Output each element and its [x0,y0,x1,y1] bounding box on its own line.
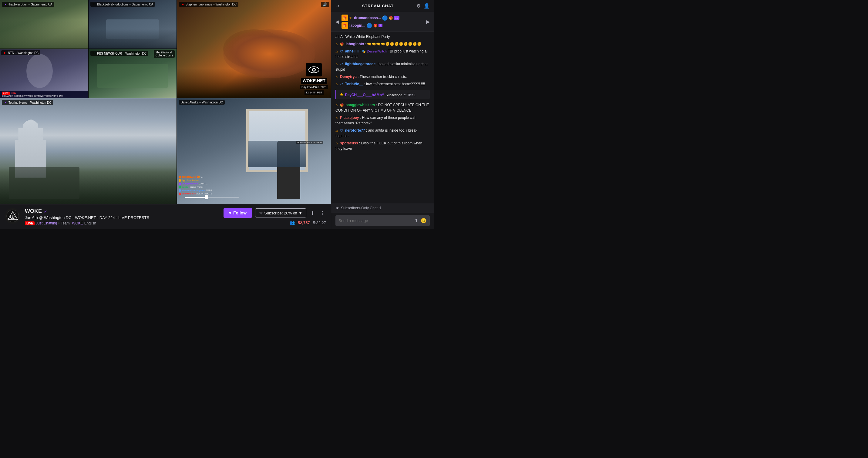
facebook-icon-5: f [92,52,96,55]
stream-title: Jan 6th @ Washington DC - WOKE.NET - DAY… [25,215,219,220]
video-bg-7: JOK3RJAKE 🎁 f... Sgt_Shmkelhal chadpaleo… [177,98,331,204]
chat-input[interactable] [338,218,412,223]
gift-count-2: 6 [378,24,382,27]
chat-message-4: ⚠ Demytrya : These muther truckin cultis… [335,74,430,80]
chat-username-2[interactable]: anhelllll [345,49,359,53]
chat-message-2: ⚠ 🛡 anhelllll : 🎭 DessertWitch FBI prob … [335,49,430,59]
emoji-button[interactable]: 🙂 [421,218,427,223]
chat-username-5[interactable]: ToriaVic__ [345,82,363,86]
gift-row-2: 🎁 labogin... 🔵 🎁 6 [341,22,399,29]
badge-alert-4: ⚠ [335,74,338,79]
stream-cell-1[interactable]: ● that1weirdgurl – Sacramento CA [0,0,88,49]
stream-label-text-7: BakedAlaska – Washington DC [181,101,223,104]
verified-icon: ✓ [44,209,47,214]
team-link[interactable]: WOKE [72,221,83,225]
stream-cell-2[interactable]: f BlackZebraProductions – Sacramento CA [89,0,177,49]
chat-username-7[interactable]: snagglewhiskers [346,103,375,107]
share-button[interactable]: ⬆ [309,209,316,217]
youtube-icon-4: ▶ [3,51,7,55]
autonomous-zone-text: AUTONOMOUS ZONE [296,141,323,144]
chat-text-5: : law enforcement sent home????! !!!! [364,82,425,86]
badge-gift-7: 🎁 [340,103,344,108]
live-dot-ntd: LIVE [2,92,10,95]
chat-username-3[interactable]: lightbluegatorade [345,62,376,66]
youtube-icon-3: ▶ [181,2,184,6]
badge-alert-10: ⚠ [335,141,338,146]
stream-meta: LIVE Just Chatting • Team: WOKE English [25,221,219,225]
video-bg-1 [0,0,88,49]
stream-cell-4[interactable]: ▶ NTD – Washington DC LIVE NTD DC MAYOR … [0,49,88,98]
info-bar: WOKE ✓ Jan 6th @ Washington DC - WOKE.NE… [0,204,331,229]
chat-username-1[interactable]: laboginhtx [346,42,364,46]
gift-count-1: 10 [394,16,399,20]
ntd-ticker: DC MAYOR ISSUES CITY-WIDE CURFEW FROM 6P… [2,95,86,97]
more-button[interactable]: ⋮ [319,209,326,217]
badge-alert-1: ⚠ [335,42,338,47]
sidebar-collapse-button[interactable]: ◀ [335,19,339,25]
badge-alert-8: ⚠ [335,116,338,120]
ntd-label: NTD [11,92,16,95]
chat-text-4: : These muther truckin cultists. [358,74,407,79]
badge-shield-5: 🛡 [340,82,343,86]
chat-messages: an All White White Elephant Party ⚠ 🎁 la… [331,32,434,203]
popout-button[interactable]: ↦ [335,3,339,9]
video-bg-4 [0,49,88,98]
woke-overlay: WOKE.NET Day 224 Jan 6, 2021 12:14:54 PS… [300,63,328,95]
badge-shield-2: 🛡 [340,49,343,54]
chat-header: ↦ STREAM CHAT ⚙ 👤 [331,0,434,12]
info-circle[interactable]: ℹ [379,206,381,210]
sub-username-6[interactable]: PsyCH___O___bAMbY [345,93,384,97]
chat-message-3: ⚠ 🛡 lightbluegatorade : baked alaska min… [335,61,430,72]
stream-label-3: ▶ Stephen Ignoramus – Washington DC [179,2,238,7]
video-bg-5: The ElectoralCollege Count [89,49,177,98]
chat-username-4[interactable]: Demytrya [340,74,356,79]
sub-tier-label-6: at Tier 1 [404,93,416,97]
gift-sub-icon-1: 🎁 [389,16,393,20]
info-actions: ♥ Follow ☆ Subscribe: 20% off ▼ ⬆ ⋮ 👥 52… [223,208,326,225]
stream-cell-3[interactable]: ▶ Stephen Ignoramus – Washington DC 🔊 WO… [177,0,331,98]
star-icon-6: ★ [339,92,344,97]
gift-username-1: drumandbass... [354,16,381,20]
volume-icon-3[interactable]: 🔊 [321,2,329,7]
lower-third-ntd: LIVE NTD DC MAYOR ISSUES CITY-WIDE CURFE… [0,91,88,98]
chat-username-10[interactable]: spotacuss [340,141,358,145]
stream-cell-6[interactable]: ● Touring News – Washington DC [0,98,177,204]
stream-label-text-1: that1weirdgurl – Sacramento CA [8,3,53,6]
badge-alert-5: ⚠ [335,82,338,86]
svg-point-7 [12,217,13,217]
stream-label-text-5: PBS NEWSHOUR – Washington DC [97,52,147,55]
viewer-row: 👥 52,757 5:32:27 [290,220,326,225]
gift-badge-2: 🔵 [366,23,372,29]
chat-username-9[interactable]: neroforte77 [345,128,365,132]
subs-only-icon: ★ [335,206,339,210]
bits-button[interactable]: ⬆ [414,218,418,223]
facebook-icon-2: f [92,2,96,6]
channel-name: WOKE [25,208,42,214]
category-link[interactable]: Just Chatting [36,221,57,225]
chat-collapse-button[interactable]: 👤 [424,3,430,9]
stream-cell-7[interactable]: JOK3RJAKE 🎁 f... Sgt_Shmkelhal chadpaleo… [177,98,331,204]
chat-username-8[interactable]: Pleasejoey [340,116,359,120]
channel-avatar[interactable] [5,208,21,224]
settings-icon[interactable]: ⚙ [416,3,421,9]
stream-label-7: BakedAlaska – Washington DC [179,100,225,104]
heart-icon: ♥ [229,211,231,215]
chat-input-box: ⬆ 🙂 [335,215,430,226]
stream-cell-5[interactable]: The ElectoralCollege Count f PBS NEWSHOU… [89,49,177,98]
sidebar-expand-button[interactable]: ▶ [426,19,430,25]
badge-shield-3: 🛡 [340,62,343,66]
chat-sidebar: ↦ STREAM CHAT ⚙ 👤 ◀ 🎁 11 drumandbass... … [331,0,434,229]
gift-crown-icon-2: 🎁 [341,22,348,29]
video-bg-6 [0,98,177,204]
chat-title: STREAM CHAT [362,4,394,8]
follow-label: Follow [233,211,247,215]
subs-only-text: Subscribers-Only Chat [341,206,378,210]
chat-message-5: ⚠ 🛡 ToriaVic__ : law enforcement sent ho… [335,81,430,87]
stream-label-6: ● Touring News – Washington DC [2,100,53,105]
gift-notification: ◀ 🎁 11 drumandbass... 🔵 🎁 10 🎁 labogin..… [331,12,434,32]
viewer-icon: 👥 [290,220,295,225]
gift-details: 🎁 11 drumandbass... 🔵 🎁 10 🎁 labogin... … [341,14,399,29]
follow-button[interactable]: ♥ Follow [223,208,252,218]
subscribe-label: Subscribe: 20% off [264,211,297,215]
subscribe-button[interactable]: ☆ Subscribe: 20% off ▼ [255,208,306,217]
